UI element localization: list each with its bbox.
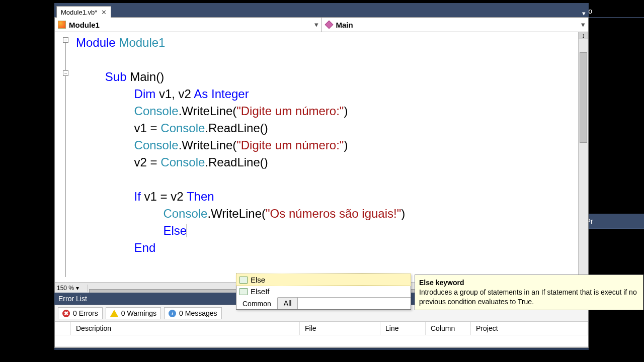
col-column: Column <box>426 322 471 335</box>
tooltip-title: Else keyword <box>419 279 464 287</box>
col-description: Description <box>71 322 300 335</box>
chevron-down-icon: ▾ <box>581 20 585 29</box>
messages-filter[interactable]: i 0 Messages <box>164 307 221 319</box>
intellisense-tab-all[interactable]: All <box>278 298 298 309</box>
warnings-filter[interactable]: 0 Warnings <box>106 307 161 319</box>
solution-explorer-panel[interactable]: So <box>582 5 644 18</box>
method-icon <box>325 21 333 29</box>
class-dropdown[interactable]: Module1 ▾ <box>55 18 322 32</box>
module-icon <box>58 21 66 29</box>
properties-panel[interactable]: Pr <box>583 214 644 229</box>
error-list-columns[interactable]: Description File Line Column Project <box>55 321 588 335</box>
fold-toggle[interactable]: − <box>63 70 68 76</box>
intellisense-label: Else <box>251 276 265 284</box>
col-file: File <box>300 322 380 335</box>
document-tab-bar: Module1.vb* ✕ ▾ <box>54 3 589 17</box>
method-dropdown[interactable]: Main ▾ <box>322 18 589 32</box>
zoom-dropdown[interactable]: 150 % ▾ <box>55 285 88 292</box>
warnings-count: 0 Warnings <box>121 309 156 317</box>
intellisense-filter-tabs: Common All <box>236 297 411 309</box>
chevron-down-icon: ▾ <box>76 285 79 292</box>
info-icon: i <box>169 310 176 317</box>
panel-title: Error List <box>58 295 87 303</box>
errors-count: 0 Errors <box>73 309 98 317</box>
code-editor[interactable]: − − Module Module1 Sub Main() Dim v1, v2… <box>54 32 589 294</box>
fold-toggle[interactable]: − <box>63 37 68 43</box>
intellisense-popup[interactable]: Else ElseIf Common All <box>236 274 411 310</box>
col-line: Line <box>380 322 426 335</box>
intellisense-item[interactable]: ElseIf <box>236 286 411 297</box>
editor-window: Module1.vb* ✕ ▾ Module1 ▾ Main ▾ − − Mod… <box>54 3 589 350</box>
chevron-down-icon: ▾ <box>314 20 318 29</box>
tooltip-body: Introduces a group of statements in an I… <box>419 288 637 306</box>
close-icon[interactable]: ✕ <box>101 9 107 16</box>
scroll-thumb[interactable] <box>580 52 587 143</box>
intellisense-tab-common[interactable]: Common <box>236 297 278 309</box>
intellisense-label: ElseIf <box>251 287 270 296</box>
errors-filter[interactable]: ✖ 0 Errors <box>58 307 103 319</box>
messages-count: 0 Messages <box>179 309 217 317</box>
warning-icon <box>110 310 118 317</box>
split-handle-icon[interactable]: ↕ <box>579 32 588 39</box>
class-name: Module1 <box>69 21 100 29</box>
zoom-value: 150 % <box>57 285 74 292</box>
col-project: Project <box>471 322 588 335</box>
keyword-icon <box>239 288 248 295</box>
keyword-icon <box>239 277 248 284</box>
document-tab[interactable]: Module1.vb* ✕ <box>56 6 111 18</box>
tab-overflow-dropdown[interactable]: ▾ <box>582 10 586 17</box>
method-name: Main <box>336 21 353 29</box>
error-list-rows <box>55 335 588 346</box>
tab-label: Module1.vb* <box>61 9 97 16</box>
intellisense-tooltip: Else keyword Introduces a group of state… <box>415 275 643 310</box>
vertical-scrollbar[interactable]: ↕ <box>578 32 588 293</box>
navigation-bar: Module1 ▾ Main ▾ <box>54 17 589 32</box>
intellisense-item[interactable]: Else <box>236 274 411 286</box>
outline-gutter: − − <box>55 34 75 282</box>
error-icon: ✖ <box>62 310 70 317</box>
